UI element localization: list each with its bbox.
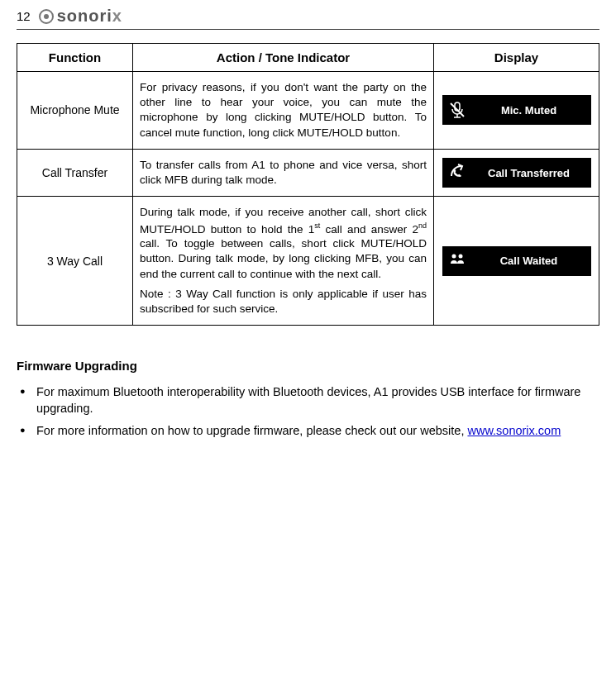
display-cell: Call Transferred	[434, 149, 599, 196]
svg-point-6	[451, 254, 456, 258]
page-header: 12 sonorix	[17, 7, 599, 27]
table-row: Microphone Mute For privacy reasons, if …	[17, 72, 599, 150]
svg-point-1	[44, 14, 49, 19]
display-screen: Call Waited	[442, 246, 591, 276]
logo-icon	[39, 9, 54, 24]
display-label: Mic. Muted	[472, 104, 591, 117]
table-row: Call Transfer To transfer calls from A1 …	[17, 149, 599, 196]
page-number: 12	[17, 9, 31, 23]
display-label: Call Waited	[472, 255, 591, 267]
display-cell: Call Waited	[434, 197, 599, 326]
display-label: Call Transferred	[472, 167, 591, 179]
svg-point-7	[458, 254, 462, 258]
bullet2-prefix: For more information on how to upgrade f…	[36, 424, 467, 437]
call-waited-icon	[444, 248, 470, 274]
action-main: During talk mode, if you receive another…	[140, 205, 427, 282]
header-action: Action / Tone Indicator	[133, 44, 434, 72]
firmware-heading: Firmware Upgrading	[17, 359, 599, 373]
firmware-list: For maximum Bluetooth interoperability w…	[17, 384, 599, 440]
action-cell: For privacy reasons, if you don't want t…	[133, 72, 434, 150]
display-cell: Mic. Muted	[434, 72, 599, 150]
header-divider	[17, 29, 599, 30]
list-item: For maximum Bluetooth interoperability w…	[17, 384, 599, 417]
function-cell: Call Transfer	[17, 149, 133, 196]
table-row: 3 Way Call During talk mode, if you rece…	[17, 197, 599, 326]
function-cell: Microphone Mute	[17, 72, 133, 150]
transfer-icon	[444, 159, 470, 186]
brand-logo: sonorix	[39, 7, 122, 26]
action-cell: To transfer calls from A1 to phone and v…	[133, 149, 434, 196]
header-display: Display	[434, 44, 599, 72]
function-table: Function Action / Tone Indicator Display…	[17, 43, 599, 326]
brand-name: sonorix	[57, 7, 122, 26]
header-function: Function	[17, 44, 133, 72]
display-screen: Mic. Muted	[442, 95, 591, 125]
action-note: Note : 3 Way Call function is only appli…	[140, 287, 427, 317]
list-item: For more information on how to upgrade f…	[17, 423, 599, 440]
mic-muted-icon	[444, 97, 470, 123]
website-link[interactable]: www.sonorix.com	[467, 424, 561, 437]
action-cell: During talk mode, if you receive another…	[133, 197, 434, 326]
function-cell: 3 Way Call	[17, 197, 133, 326]
display-screen: Call Transferred	[442, 158, 591, 188]
